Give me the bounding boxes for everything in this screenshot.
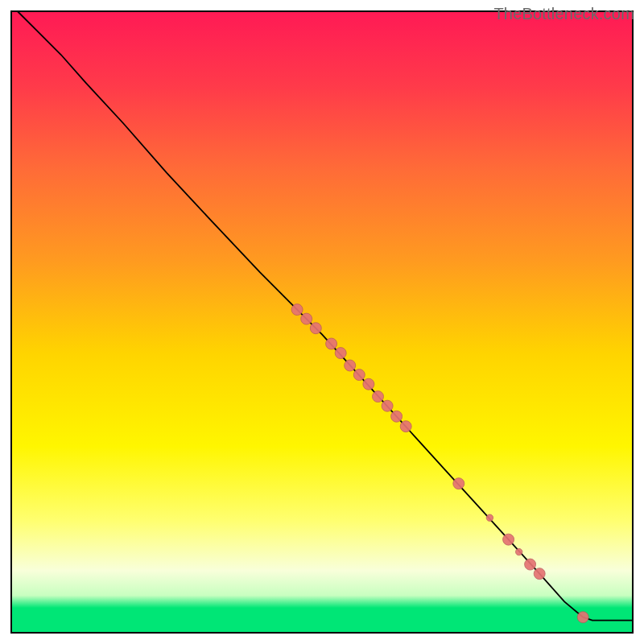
data-marker (516, 548, 522, 555)
data-marker (577, 612, 588, 623)
data-marker (310, 323, 321, 334)
data-marker (326, 338, 337, 349)
data-marker (486, 514, 493, 521)
chart-container: TheBottleneck.com (0, 0, 644, 644)
plot-background (11, 11, 633, 633)
data-marker (525, 559, 536, 570)
data-marker (353, 369, 365, 381)
data-marker (291, 304, 303, 316)
data-marker (382, 400, 393, 411)
data-marker (373, 391, 384, 402)
data-marker (534, 568, 545, 580)
data-marker (400, 421, 411, 432)
data-marker (453, 478, 464, 489)
data-marker (345, 360, 356, 371)
data-marker (363, 378, 374, 390)
bottleneck-chart (0, 0, 644, 644)
data-marker (503, 534, 514, 545)
data-marker (335, 348, 346, 359)
data-marker (301, 313, 312, 324)
data-marker (391, 411, 402, 422)
